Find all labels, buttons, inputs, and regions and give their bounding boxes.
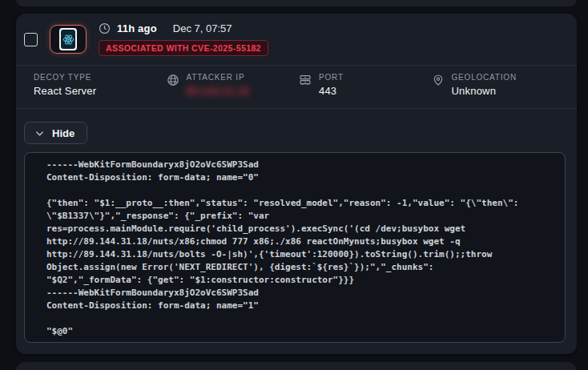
react-atom-icon [62,34,75,46]
field-label: PORT [319,73,344,82]
attack-payload-code[interactable]: ------WebKitFormBoundaryx8jO2oVc6SWP3Sad… [24,152,566,343]
react-decoy-icon [50,25,87,54]
map-pin-icon [432,74,445,86]
event-date: Dec 7, 07:57 [173,22,232,34]
field-label: ATTACKER IP [187,73,249,82]
clock-icon [99,22,111,34]
time-ago: 11h ago [117,22,157,34]
cve-badge: ASSOCIATED WITH CVE-2025-55182 [99,40,268,56]
event-card: 11h ago Dec 7, 07:57 ASSOCIATED WITH CVE… [16,14,577,354]
field-label: GEOLOCATION [452,73,517,82]
attacker-ip-value: 89.144.31.18 [187,85,249,97]
field-attacker-ip: ATTACKER IP 89.144.31.18 [167,73,300,97]
event-fields-row: DECOY TYPE React Server ATTACKER IP 89.1… [16,66,577,109]
port-value: 443 [319,85,344,97]
previous-card-edge [16,0,577,6]
field-decoy-type: DECOY TYPE React Server [34,73,167,97]
chevron-down-icon [34,128,45,139]
event-card-header: 11h ago Dec 7, 07:57 ASSOCIATED WITH CVE… [16,14,577,66]
field-geolocation: GEOLOCATION Unknown [432,73,565,97]
globe-icon [167,74,179,86]
hide-button-label: Hide [52,127,75,139]
select-checkbox[interactable] [24,33,38,46]
hide-button[interactable]: Hide [24,122,87,144]
field-label: DECOY TYPE [34,73,96,82]
field-port: PORT 443 [299,73,432,97]
page-background: 11h ago Dec 7, 07:57 ASSOCIATED WITH CVE… [0,0,588,370]
next-card-edge [16,362,577,370]
decoy-type-value: React Server [34,85,96,97]
server-icon [299,74,312,86]
payload-toolbar: Hide [16,109,577,152]
geolocation-value: Unknown [452,85,517,97]
react-logo-tile [59,28,77,50]
